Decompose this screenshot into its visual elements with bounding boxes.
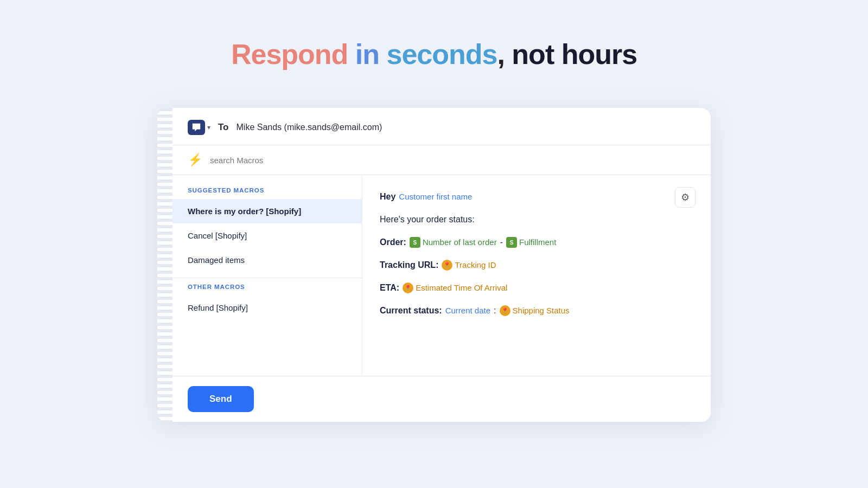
eta-line: ETA: 📍 Estimated Time Of Arrival — [380, 281, 691, 294]
order-status-text: Here's your order status: — [380, 213, 475, 226]
location-icon-tracking: 📍 — [442, 260, 452, 271]
eta-tag[interactable]: 📍 Estimated Time Of Arrival — [403, 282, 507, 294]
order-label: Order: — [380, 236, 406, 249]
tracking-id-tag[interactable]: 📍 Tracking ID — [442, 259, 496, 272]
search-bar: ⚡ — [173, 145, 711, 175]
recipient-value: Mike Sands (mike.sands@email.com) — [237, 123, 382, 132]
shopify-icon-fulfillment: S — [506, 237, 517, 248]
macro-item-cancel[interactable]: Cancel [Shopify] — [173, 223, 362, 248]
macro-item-where-is-my-order[interactable]: Where is my order? [Shopify] — [173, 199, 362, 223]
search-input[interactable] — [210, 156, 695, 165]
shipping-status-tag[interactable]: 📍 Shipping Status — [500, 305, 570, 317]
dropdown-arrow-icon[interactable]: ▾ — [207, 124, 210, 131]
current-status-line: Current status: Current date : 📍 Shippin… — [380, 304, 691, 317]
hero-not-hours: not hours — [505, 38, 637, 70]
other-macros-label: OTHER MACROS — [173, 284, 362, 296]
hero-comma: , — [497, 38, 504, 70]
current-date-tag[interactable]: Current date — [445, 305, 490, 317]
hero-in: in — [348, 38, 386, 70]
greeting-hey: Hey — [380, 190, 395, 203]
shopify-icon-order: S — [410, 237, 420, 248]
macro-item-damaged[interactable]: Damaged items — [173, 248, 362, 272]
greeting-line: Hey Customer first name — [380, 190, 691, 203]
current-status-label: Current status: — [380, 304, 442, 317]
body-area: SUGGESTED MACROS Where is my order? [Sho… — [173, 175, 711, 376]
macro-item-refund[interactable]: Refund [Shopify] — [173, 296, 362, 320]
suggested-macros-label: SUGGESTED MACROS — [173, 187, 362, 199]
tracking-label: Tracking URL: — [380, 259, 438, 272]
location-icon-eta: 📍 — [403, 282, 413, 293]
to-header: ▾ To Mike Sands (mike.sands@email.com) — [173, 108, 711, 145]
chat-icon-wrap: ▾ — [188, 120, 210, 135]
hero-seconds: seconds — [386, 38, 497, 70]
status-colon: : — [494, 304, 496, 317]
send-button[interactable]: Send — [188, 386, 254, 412]
number-of-last-order-tag[interactable]: S Number of last order — [410, 236, 497, 249]
to-label: To — [218, 122, 229, 133]
divider — [173, 278, 362, 278]
eta-label: ETA: — [380, 281, 399, 294]
gear-icon: ⚙ — [681, 191, 690, 203]
order-status-line: Here's your order status: — [380, 213, 691, 226]
app-card: ▾ To Mike Sands (mike.sands@email.com) ⚡… — [157, 108, 711, 422]
message-icon — [192, 123, 201, 132]
hero-respond: Respond — [231, 38, 348, 70]
left-panel: SUGGESTED MACROS Where is my order? [Sho… — [173, 175, 362, 376]
customer-first-name-tag[interactable]: Customer first name — [399, 191, 472, 203]
right-panel: ⚙ Hey Customer first name Here's your or… — [362, 175, 711, 376]
fulfillment-tag[interactable]: S Fulfillment — [506, 236, 556, 249]
tracking-line: Tracking URL: 📍 Tracking ID — [380, 259, 691, 272]
hero-title: Respond in seconds, not hours — [231, 39, 637, 70]
card-footer: Send — [173, 376, 711, 422]
dash-separator: - — [500, 236, 503, 249]
chat-icon — [188, 120, 205, 135]
order-details-line: Order: S Number of last order - S Fulfil… — [380, 236, 691, 249]
location-icon-status: 📍 — [500, 305, 510, 316]
lightning-icon: ⚡ — [188, 153, 202, 167]
settings-button[interactable]: ⚙ — [675, 187, 695, 208]
